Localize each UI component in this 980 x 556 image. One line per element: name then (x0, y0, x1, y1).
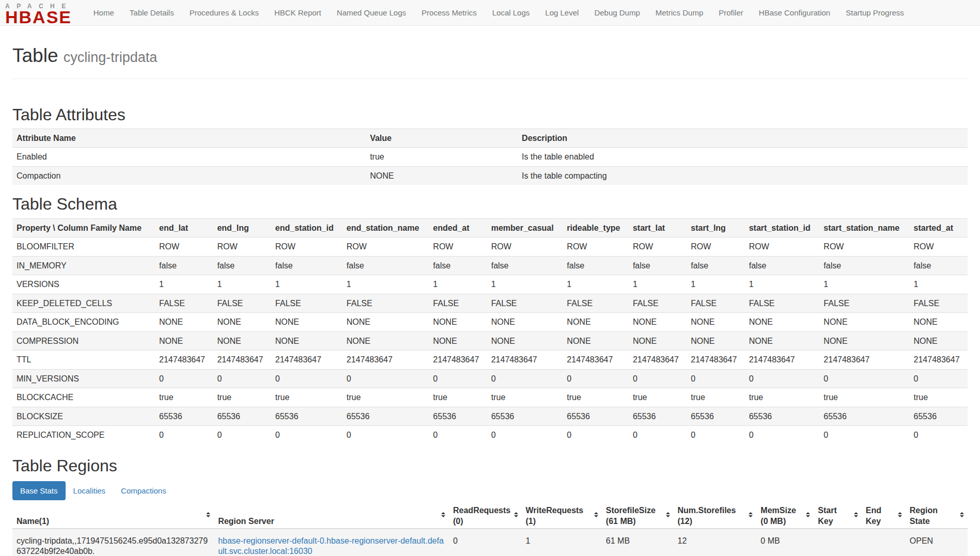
schema-cell: false (629, 256, 687, 275)
nav-item-hbase-configuration[interactable]: HBase Configuration (751, 1, 838, 24)
regions-column-label: Region State (910, 506, 938, 526)
regions-column-num-storefiles-12[interactable]: Num.Storefiles (12) (674, 501, 757, 529)
schema-cell: NONE (687, 313, 744, 332)
schema-cell: 1 (429, 275, 487, 294)
schema-cell: ROW (429, 237, 487, 257)
sort-icon[interactable] (206, 512, 210, 517)
schema-cell: NONE (563, 331, 629, 351)
sort-icon[interactable] (749, 512, 753, 517)
regions-table: Name(1)Region ServerReadRequests (0)Writ… (12, 501, 968, 556)
nav-item-metrics-dump[interactable]: Metrics Dump (648, 1, 711, 24)
regions-column-region-state[interactable]: Region State (906, 501, 968, 529)
schema-cell: 0 (629, 369, 687, 388)
schema-cell: NONE (745, 331, 820, 351)
nav-item-table-details[interactable]: Table Details (122, 1, 182, 24)
schema-cell: 0 (629, 426, 687, 444)
tab-base-stats[interactable]: Base Stats (12, 481, 66, 500)
schema-cell: 65536 (819, 407, 909, 426)
schema-cell: false (271, 256, 343, 275)
nav-item-process-metrics[interactable]: Process Metrics (414, 1, 485, 24)
schema-cell: FALSE (629, 294, 687, 313)
schema-row-blockcache: BLOCKCACHEtruetruetruetruetruetruetruetr… (12, 388, 968, 407)
sort-up-arrow (666, 512, 670, 514)
nav-item-startup-progress[interactable]: Startup Progress (838, 1, 912, 24)
schema-cell: 1 (563, 275, 629, 294)
schema-row-data-block-encoding: DATA_BLOCK_ENCODINGNONENONENONENONENONEN… (12, 313, 968, 332)
sort-up-arrow (806, 512, 810, 514)
schema-property-name: TTL (12, 351, 155, 370)
sort-icon[interactable] (441, 512, 445, 517)
sort-down-arrow (749, 515, 753, 517)
schema-cell: true (819, 388, 909, 407)
sort-down-arrow (960, 515, 964, 517)
schema-cell: false (910, 256, 968, 275)
regions-table-head: Name(1)Region ServerReadRequests (0)Writ… (12, 501, 968, 529)
regions-column-storefilesize-61-mb[interactable]: StorefileSize (61 MB) (602, 501, 674, 529)
schema-table: Property \ Column Family Nameend_latend_… (12, 218, 968, 444)
sort-icon[interactable] (594, 512, 598, 517)
regions-column-region-server[interactable]: Region Server (214, 501, 449, 529)
nav-item-local-logs[interactable]: Local Logs (485, 1, 538, 24)
schema-cell: 0 (213, 369, 271, 388)
schema-family-ended-at: ended_at (429, 218, 487, 237)
tab-compactions[interactable]: Compactions (113, 481, 174, 500)
schema-row-in-memory: IN_MEMORYfalsefalsefalsefalsefalsefalsef… (12, 256, 968, 275)
regions-column-label: MemSize (0 MB) (760, 506, 796, 526)
schema-cell: ROW (155, 237, 213, 257)
schema-cell: true (155, 388, 213, 407)
regions-column-readrequests-0[interactable]: ReadRequests (0) (449, 501, 522, 529)
schema-cell: 0 (487, 369, 563, 388)
sort-icon[interactable] (898, 512, 902, 517)
regions-column-name-1[interactable]: Name(1) (12, 501, 214, 529)
regions-column-end-key[interactable]: End Key (862, 501, 906, 529)
nav-item-procedures-locks[interactable]: Procedures & Locks (182, 1, 267, 24)
schema-cell: FALSE (910, 294, 968, 313)
regions-table-body: cycling-tripdata,,1719475156245.e95d0a13… (12, 529, 968, 556)
schema-cell: FALSE (687, 294, 744, 313)
schema-cell: false (155, 256, 213, 275)
page-title: Table cycling-tripdata (12, 45, 968, 67)
schema-cell: NONE (429, 313, 487, 332)
sort-icon[interactable] (854, 512, 858, 517)
schema-cell: NONE (155, 313, 213, 332)
regions-column-start-key[interactable]: Start Key (814, 501, 861, 529)
schema-cell: NONE (910, 313, 968, 332)
schema-cell: 0 (213, 426, 271, 444)
region-server-link[interactable]: hbase-regionserver-default-0.hbase-regio… (218, 536, 444, 556)
schema-cell: NONE (343, 331, 429, 351)
schema-cell: ROW (563, 237, 629, 257)
schema-cell: 0 (745, 369, 820, 388)
regions-column-memsize-0-mb[interactable]: MemSize (0 MB) (756, 501, 814, 529)
schema-cell: false (343, 256, 429, 275)
sort-icon[interactable] (960, 512, 964, 517)
region-cell-server: hbase-regionserver-default-0.hbase-regio… (214, 529, 449, 556)
schema-cell: 1 (629, 275, 687, 294)
sort-icon[interactable] (514, 512, 518, 517)
regions-column-writerequests-1[interactable]: WriteRequests (1) (522, 501, 602, 529)
schema-cell: 2147483647 (343, 351, 429, 370)
nav-item-debug-dump[interactable]: Debug Dump (586, 1, 647, 24)
nav-item-named-queue-logs[interactable]: Named Queue Logs (329, 1, 414, 24)
tab-localities[interactable]: Localities (66, 481, 114, 500)
schema-cell: NONE (819, 313, 909, 332)
hbase-logo[interactable]: APACHE HBASE (5, 3, 73, 25)
schema-cell: 2147483647 (629, 351, 687, 370)
schema-family-end-station-name: end_station_name (343, 218, 429, 237)
schema-cell: 2147483647 (745, 351, 820, 370)
main-content: Table cycling-tripdata Table Attributes … (0, 45, 980, 556)
sort-down-arrow (441, 515, 445, 517)
nav-item-hbck-report[interactable]: HBCK Report (267, 1, 329, 24)
nav-item-log-level[interactable]: Log Level (537, 1, 586, 24)
regions-column-label: ReadRequests (0) (453, 506, 510, 526)
schema-cell: 1 (271, 275, 343, 294)
schema-cell: 0 (910, 426, 968, 444)
schema-cell: false (745, 256, 820, 275)
sort-icon[interactable] (806, 512, 810, 517)
schema-property-name: REPLICATION_SCOPE (12, 426, 155, 444)
regions-column-label: End Key (866, 506, 881, 526)
schema-cell: NONE (819, 331, 909, 351)
nav-item-profiler[interactable]: Profiler (711, 1, 751, 24)
sort-icon[interactable] (666, 512, 670, 517)
nav-item-home[interactable]: Home (86, 1, 122, 24)
schema-property-name: KEEP_DELETED_CELLS (12, 294, 155, 313)
